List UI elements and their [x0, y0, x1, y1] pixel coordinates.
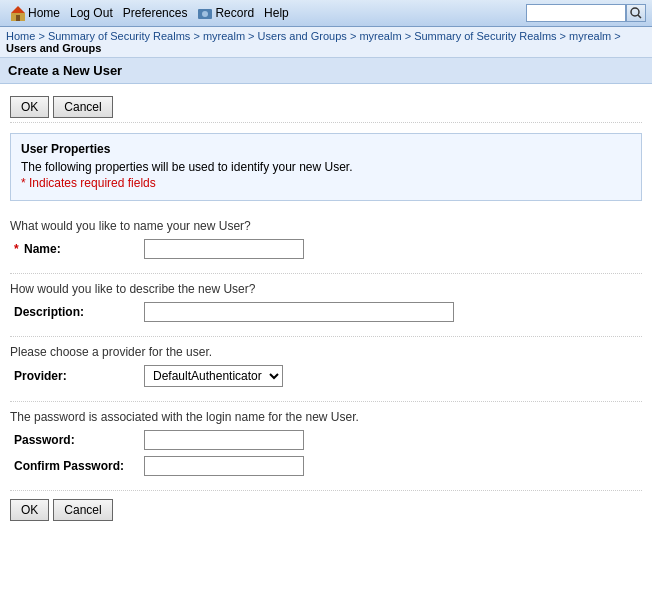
confirm-password-input[interactable] [144, 456, 304, 476]
page-title: Create a New User [8, 63, 122, 78]
main-content: OK Cancel User Properties The following … [0, 84, 652, 529]
description-section: How would you like to describe the new U… [10, 274, 642, 337]
required-note: * Indicates required fields [21, 176, 631, 190]
confirm-password-label: Confirm Password: [14, 459, 144, 473]
name-question: What would you like to name your new Use… [10, 219, 642, 233]
record-label: Record [215, 6, 254, 20]
svg-point-4 [202, 11, 208, 17]
camera-icon [197, 6, 213, 20]
cancel-button-bottom[interactable]: Cancel [53, 499, 112, 521]
breadcrumb-security-realms-2[interactable]: Summary of Security Realms [414, 30, 556, 42]
home-nav-item[interactable]: Home [6, 4, 64, 22]
svg-rect-2 [16, 15, 20, 21]
breadcrumb-myrealm-1[interactable]: myrealm [203, 30, 245, 42]
search-button[interactable] [626, 4, 646, 22]
ok-button-top[interactable]: OK [10, 96, 49, 118]
user-properties-desc: The following properties will be used to… [21, 160, 631, 174]
home-label: Home [28, 6, 60, 20]
breadcrumb-myrealm-3[interactable]: myrealm [569, 30, 611, 42]
password-input[interactable] [144, 430, 304, 450]
bottom-button-row: OK Cancel [10, 491, 642, 521]
description-label: Description: [14, 305, 144, 319]
description-question: How would you like to describe the new U… [10, 282, 642, 296]
description-form-row: Description: [10, 302, 642, 322]
description-input[interactable] [144, 302, 454, 322]
password-label: Password: [14, 433, 144, 447]
user-properties-section: User Properties The following properties… [10, 133, 642, 201]
logout-nav-item[interactable]: Log Out [66, 5, 117, 21]
provider-question: Please choose a provider for the user. [10, 345, 642, 359]
provider-form-row: Provider: DefaultAuthenticator [10, 365, 642, 387]
logout-label: Log Out [70, 6, 113, 20]
user-properties-heading: User Properties [21, 142, 631, 156]
top-button-row: OK Cancel [10, 92, 642, 123]
provider-section: Please choose a provider for the user. P… [10, 337, 642, 402]
svg-line-6 [638, 15, 641, 18]
breadcrumb-current: Users and Groups [6, 42, 101, 54]
svg-marker-1 [11, 6, 25, 13]
help-nav-item[interactable]: Help [260, 5, 293, 21]
search-input[interactable] [526, 4, 626, 22]
top-navigation: Home Log Out Preferences Record Help [0, 0, 652, 27]
breadcrumb-security-realms-1[interactable]: Summary of Security Realms [48, 30, 190, 42]
name-form-row: * Name: [10, 239, 642, 259]
provider-label: Provider: [14, 369, 144, 383]
breadcrumb: Home > Summary of Security Realms > myre… [0, 27, 652, 58]
search-icon [630, 7, 642, 19]
name-label: * Name: [14, 242, 144, 256]
svg-point-5 [631, 8, 639, 16]
breadcrumb-myrealm-2[interactable]: myrealm [359, 30, 401, 42]
provider-select[interactable]: DefaultAuthenticator [144, 365, 283, 387]
preferences-label: Preferences [123, 6, 188, 20]
page-title-bar: Create a New User [0, 58, 652, 84]
home-icon [10, 5, 26, 21]
breadcrumb-home[interactable]: Home [6, 30, 35, 42]
search-area [526, 4, 646, 22]
record-nav-item[interactable]: Record [193, 5, 258, 21]
name-required-star: * [14, 242, 19, 256]
name-input[interactable] [144, 239, 304, 259]
password-info: The password is associated with the logi… [10, 410, 642, 424]
password-section: The password is associated with the logi… [10, 402, 642, 491]
preferences-nav-item[interactable]: Preferences [119, 5, 192, 21]
breadcrumb-users-groups-1[interactable]: Users and Groups [258, 30, 347, 42]
name-section: What would you like to name your new Use… [10, 211, 642, 274]
confirm-password-form-row: Confirm Password: [10, 456, 642, 476]
help-label: Help [264, 6, 289, 20]
ok-button-bottom[interactable]: OK [10, 499, 49, 521]
password-form-row: Password: [10, 430, 642, 450]
cancel-button-top[interactable]: Cancel [53, 96, 112, 118]
